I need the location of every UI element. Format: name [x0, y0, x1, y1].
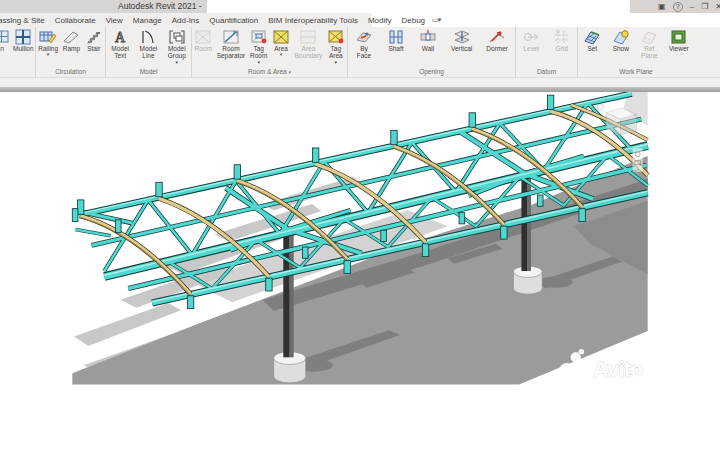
- model-group-button[interactable]: Model Group ▾: [167, 29, 187, 64]
- tab-massing-site[interactable]: assing & Site: [0, 16, 50, 25]
- window-title: Autodesk Revit 2021 -: [118, 1, 202, 11]
- tab-manage[interactable]: Manage: [128, 16, 167, 25]
- viewer-button[interactable]: Viewer: [668, 29, 690, 52]
- room-icon: [194, 29, 212, 45]
- area-icon: [272, 29, 290, 45]
- ribbon-panel-opening: By Face Shaft Wall Vertical Dormer: [348, 27, 516, 77]
- grid-icon: [553, 29, 571, 45]
- ribbon-panel-circulation: Railing ▾ Ramp Stair Circulation: [36, 27, 106, 77]
- viewcube-home-icon: [597, 104, 603, 110]
- mullion-button[interactable]: Mullion: [12, 29, 35, 52]
- navigation-bar[interactable]: [633, 148, 643, 172]
- ribbon-panel-datum: Level Grid Datum: [516, 27, 578, 77]
- shaft-icon: [387, 29, 405, 45]
- stair-icon: [85, 29, 103, 45]
- svg-text:A: A: [115, 30, 126, 45]
- level-icon: [522, 29, 540, 45]
- railing-button[interactable]: Railing ▾: [37, 29, 59, 56]
- minimize-button[interactable]: –: [690, 0, 694, 13]
- area-boundary-button[interactable]: Area Boundary: [294, 29, 324, 60]
- ramp-button[interactable]: Ramp: [61, 29, 81, 52]
- ribbon-lower-strip: [0, 78, 720, 87]
- model-canvas[interactable]: Avito: [0, 92, 720, 458]
- window-controls: ▣ ? – ❐ ✕: [658, 0, 720, 13]
- signin-icon[interactable]: ▣: [658, 0, 666, 13]
- tag-room-icon: [250, 29, 268, 45]
- model-line-icon: [139, 29, 157, 45]
- ribbon: n Mullion Railing ▾ Ramp: [0, 27, 720, 78]
- watermark-text: Avito: [593, 357, 643, 382]
- tag-area-icon: [327, 29, 345, 45]
- area-boundary-icon: [299, 29, 317, 45]
- ref-plane-icon: [640, 29, 658, 45]
- restore-button[interactable]: ❐: [701, 0, 708, 13]
- viewer-icon: [670, 29, 688, 45]
- tab-modify[interactable]: Modify: [363, 16, 397, 25]
- ribbon-panel-work-plane: Set Show Ref Plane Viewer Work Plane: [578, 27, 694, 77]
- ribbon-tab-bar: assing & Site Collaborate View Manage Ad…: [0, 13, 720, 27]
- ramp-icon: [62, 29, 80, 45]
- railing-icon: [39, 29, 57, 45]
- wall-opening-icon: [419, 29, 437, 45]
- tab-addins[interactable]: Add-Ins: [167, 16, 205, 25]
- by-face-icon: [355, 29, 373, 45]
- show-button[interactable]: Show: [611, 29, 631, 52]
- ref-plane-button[interactable]: Ref Plane: [639, 29, 659, 60]
- model-text-button[interactable]: A Model Text: [110, 29, 130, 60]
- close-button[interactable]: ✕: [715, 0, 720, 13]
- vertical-opening-icon: [453, 29, 471, 45]
- by-face-button[interactable]: By Face: [354, 29, 374, 60]
- area-button[interactable]: Area ▾: [271, 29, 291, 56]
- title-bar: Autodesk Revit 2021 - ▣ ? – ❐ ✕: [0, 0, 720, 13]
- grid-button[interactable]: Grid: [552, 29, 572, 52]
- wall-opening-button[interactable]: Wall: [418, 29, 438, 52]
- room-button[interactable]: Room: [193, 29, 213, 52]
- dormer-icon: [488, 29, 506, 45]
- help-icon[interactable]: ?: [673, 2, 683, 12]
- tab-quantification[interactable]: Quantification: [204, 16, 263, 25]
- model-line-button[interactable]: Model Line: [138, 29, 158, 60]
- 3d-viewport[interactable]: Avito: [0, 92, 720, 458]
- tab-bim-interoperability-tools[interactable]: BIM Interoperability Tools: [263, 16, 363, 25]
- revit-window: Autodesk Revit 2021 - ▣ ? – ❐ ✕ assing &…: [0, 0, 720, 458]
- tab-collaborate[interactable]: Collaborate: [50, 16, 101, 25]
- tag-room-button[interactable]: Tag Room ▾: [249, 29, 269, 64]
- set-button[interactable]: Set: [582, 29, 602, 52]
- ribbon-panel-model: A Model Text Model Line Model Group ▾ Mo…: [106, 27, 192, 77]
- model-group-icon: [168, 29, 186, 45]
- tag-area-button[interactable]: Tag Area ▾: [326, 29, 346, 64]
- show-work-plane-icon: [612, 29, 630, 45]
- dormer-button[interactable]: Dormer: [485, 29, 509, 52]
- shaft-button[interactable]: Shaft: [386, 29, 406, 52]
- mullion-icon: [14, 29, 32, 45]
- room-separator-button[interactable]: Room Separator: [216, 29, 247, 60]
- ribbon-display-toggle[interactable]: ▭▾: [432, 16, 440, 24]
- tab-debug[interactable]: Debug: [396, 16, 430, 25]
- curtain-grid-icon: [0, 29, 11, 45]
- cut-button[interactable]: n: [0, 29, 12, 52]
- room-separator-icon: [222, 29, 240, 45]
- model-text-icon: A: [111, 29, 129, 45]
- stair-button[interactable]: Stair: [84, 29, 104, 52]
- ribbon-panel-cut: n Mullion: [0, 27, 36, 77]
- set-work-plane-icon: [583, 29, 601, 45]
- level-button[interactable]: Level: [521, 29, 541, 52]
- tab-view[interactable]: View: [101, 16, 128, 25]
- title-blank-area: [207, 0, 630, 13]
- ribbon-panel-room-area: Room Room Separator Tag Room ▾ Area ▾: [192, 27, 348, 77]
- vertical-opening-button[interactable]: Vertical: [450, 29, 473, 52]
